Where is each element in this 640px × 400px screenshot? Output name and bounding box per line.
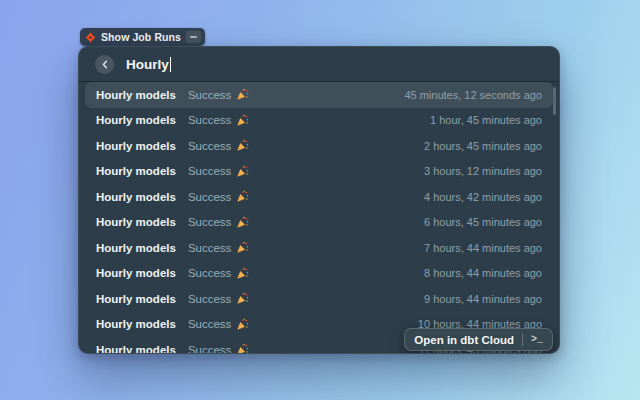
- job-name: Hourly models: [96, 267, 176, 279]
- command-palette-window: Hourly Hourly models Success 45 minutes,…: [78, 46, 560, 354]
- party-popper-icon: [236, 114, 249, 127]
- job-status: Success: [188, 191, 231, 203]
- job-status: Success: [188, 242, 231, 254]
- job-status: Success: [188, 267, 231, 279]
- job-run-row[interactable]: Hourly models Success 45 minutes, 12 sec…: [85, 82, 553, 108]
- job-run-time: 1 hour, 45 minutes ago: [430, 114, 542, 126]
- action-divider: [522, 333, 523, 346]
- job-run-time: 3 hours, 12 minutes ago: [424, 165, 542, 177]
- job-status: Success: [188, 293, 231, 305]
- open-in-dbt-cloud-action[interactable]: Open in dbt Cloud >_: [404, 328, 553, 351]
- job-run-time: 4 hours, 42 minutes ago: [424, 191, 542, 203]
- job-run-time: 8 hours, 44 minutes ago: [424, 267, 542, 279]
- job-run-row[interactable]: Hourly models Success 4 hours, 42 minute…: [85, 184, 553, 210]
- menubar-command-pill[interactable]: Show Job Runs: [80, 28, 205, 46]
- job-run-time: 2 hours, 45 minutes ago: [424, 140, 542, 152]
- job-name: Hourly models: [96, 293, 176, 305]
- job-name: Hourly models: [96, 89, 176, 101]
- job-status: Success: [188, 165, 231, 177]
- job-name: Hourly models: [96, 140, 176, 152]
- party-popper-icon: [236, 241, 249, 254]
- search-bar: Hourly: [79, 47, 559, 82]
- job-run-row[interactable]: Hourly models Success 1 hour, 45 minutes…: [85, 108, 553, 134]
- search-value: Hourly: [126, 57, 169, 72]
- job-name: Hourly models: [96, 114, 176, 126]
- party-popper-icon: [236, 88, 249, 101]
- job-status: Success: [188, 344, 231, 354]
- back-button[interactable]: [95, 55, 114, 74]
- job-run-time: 7 hours, 44 minutes ago: [424, 242, 542, 254]
- job-status: Success: [188, 318, 231, 330]
- job-run-time: 9 hours, 44 minutes ago: [424, 293, 542, 305]
- job-name: Hourly models: [96, 165, 176, 177]
- job-name: Hourly models: [96, 216, 176, 228]
- job-status: Success: [188, 114, 231, 126]
- pill-label: Show Job Runs: [101, 31, 181, 43]
- job-name: Hourly models: [96, 242, 176, 254]
- job-run-time: 6 hours, 45 minutes ago: [424, 216, 542, 228]
- party-popper-icon: [236, 216, 249, 229]
- job-runs-list: Hourly models Success 45 minutes, 12 sec…: [79, 82, 559, 354]
- job-name: Hourly models: [96, 318, 176, 330]
- action-label: Open in dbt Cloud: [414, 334, 514, 346]
- terminal-shortcut-icon: >_: [531, 334, 543, 345]
- text-caret: [170, 57, 172, 72]
- party-popper-icon: [236, 267, 249, 280]
- job-run-row[interactable]: Hourly models Success 3 hours, 12 minute…: [85, 159, 553, 185]
- party-popper-icon: [236, 139, 249, 152]
- party-popper-icon: [236, 165, 249, 178]
- chevron-left-icon: [101, 60, 109, 69]
- job-run-row[interactable]: Hourly models Success 2 hours, 45 minute…: [85, 133, 553, 159]
- party-popper-icon: [236, 190, 249, 203]
- job-status: Success: [188, 140, 231, 152]
- job-run-row[interactable]: Hourly models Success 6 hours, 45 minute…: [85, 210, 553, 236]
- job-run-row[interactable]: Hourly models Success 7 hours, 44 minute…: [85, 235, 553, 261]
- party-popper-icon: [236, 318, 249, 331]
- scrollbar[interactable]: [553, 87, 556, 115]
- job-run-row[interactable]: Hourly models Success 9 hours, 44 minute…: [85, 286, 553, 312]
- job-name: Hourly models: [96, 344, 176, 354]
- job-status: Success: [188, 89, 231, 101]
- keycap-icon: [186, 31, 201, 43]
- job-run-row[interactable]: Hourly models Success 8 hours, 44 minute…: [85, 261, 553, 287]
- job-run-time: 45 minutes, 12 seconds ago: [404, 89, 542, 101]
- dbt-logo-icon: [85, 32, 96, 43]
- party-popper-icon: [236, 292, 249, 305]
- party-popper-icon: [236, 343, 249, 354]
- job-name: Hourly models: [96, 191, 176, 203]
- search-input[interactable]: Hourly: [126, 57, 171, 72]
- job-status: Success: [188, 216, 231, 228]
